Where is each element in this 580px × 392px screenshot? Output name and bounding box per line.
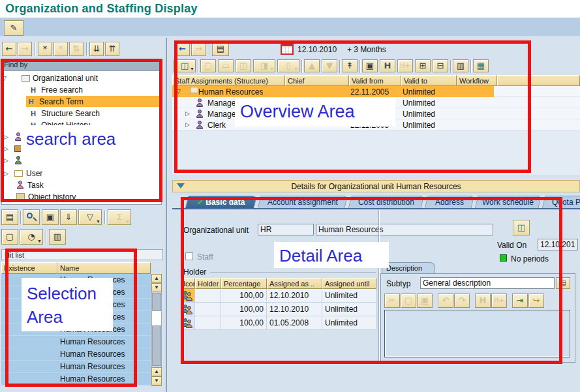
export-button[interactable]: ↪ (528, 294, 544, 308)
hit-list-row[interactable]: Human Resources (1, 348, 151, 361)
ov-one-level-up-button[interactable]: ↟ (342, 59, 358, 72)
ov-print-button[interactable]: ▣ (362, 59, 378, 72)
subtyp-field[interactable] (420, 277, 555, 289)
staff-checkbox[interactable] (185, 252, 193, 260)
ov-settings-button[interactable]: ▦ (473, 59, 489, 72)
find-button[interactable]: H (475, 294, 491, 308)
dropdown-icon[interactable]: ▼ (294, 67, 298, 71)
ov-move-down-button[interactable]: ▼ (322, 59, 337, 72)
collapsed-icon[interactable]: ▷ (4, 170, 12, 177)
assigned-until-cell[interactable]: Unlimited (322, 303, 376, 316)
ov-delimit-button[interactable]: ◨▼ (253, 59, 275, 72)
tab-work-schedule[interactable]: Work schedule (475, 196, 542, 208)
ov-find-button[interactable]: H (380, 59, 395, 72)
refresh-button[interactable]: ◔▼ (20, 229, 43, 245)
holder-col-icon[interactable]: Icon (181, 278, 195, 289)
collapsed-icon[interactable]: ▷ (4, 134, 12, 140)
calendar-icon[interactable] (281, 43, 294, 55)
redo-button[interactable]: ↷ (454, 294, 470, 308)
dropdown-icon[interactable]: ▼ (125, 219, 130, 224)
column-config-button[interactable]: ▥ (49, 229, 66, 245)
scroll-down-button[interactable]: ▼ (151, 376, 162, 385)
holder-icon-cell[interactable] (181, 289, 195, 303)
dropdown-icon[interactable]: ▼ (190, 67, 194, 71)
tree-item-user[interactable]: ▷ User (2, 168, 160, 179)
percentage-cell[interactable]: 100,00 (221, 303, 267, 316)
collapsed-icon[interactable]: ▷ (4, 157, 12, 164)
tree-item-object-history[interactable]: H Object History (2, 119, 160, 130)
ov-cell-name[interactable]: Manager (207, 110, 238, 119)
tree-item-free-search[interactable]: H Free search (2, 84, 160, 95)
copy-button[interactable]: ▢ (401, 294, 416, 308)
hit-list-row[interactable]: Human Resources (1, 286, 151, 299)
tree-item-orgunit[interactable]: ▽ Organizational unit (2, 72, 160, 83)
tree-item-search-term[interactable]: H Search Term (26, 96, 160, 107)
valid-on-field[interactable] (538, 239, 578, 250)
percentage-cell[interactable]: 100,00 (221, 289, 267, 303)
sum-button[interactable]: Σ▼ (108, 209, 131, 225)
column-header-existence[interactable]: Existence (1, 262, 57, 274)
percentage-cell[interactable]: 100,00 (221, 316, 267, 330)
org-window-button[interactable]: ◫ (513, 220, 530, 235)
scroll-up-button[interactable]: ▲ (151, 274, 162, 283)
assigned-until-cell[interactable]: Unlimited (322, 289, 376, 303)
dropdown-icon[interactable]: ▼ (37, 239, 42, 243)
holder-col-percentage[interactable]: Percentage (221, 278, 267, 289)
ov-delete-button[interactable]: ▯▼ (277, 59, 299, 72)
hit-list-row[interactable]: Human Resources (1, 299, 151, 311)
dropdown-icon[interactable]: ▼ (96, 219, 100, 224)
ov-columns-button[interactable]: ▥ (453, 59, 468, 72)
collapsed-icon[interactable]: ▷ (185, 121, 193, 128)
dropdown-icon[interactable]: ▼ (269, 67, 274, 71)
org-unit-id-field[interactable] (258, 224, 314, 235)
filter-button[interactable]: ▽▼ (78, 209, 102, 225)
expanded-icon[interactable]: ▽ (2, 75, 10, 82)
assigned-as-cell[interactable]: 12.10.2010 (267, 303, 322, 316)
collapse-all-button[interactable]: ⇊ (89, 42, 104, 56)
ov-move-up-button[interactable]: ▲ (304, 59, 320, 72)
ov-forward-button[interactable]: → (191, 42, 206, 56)
tab-cost-distribution[interactable]: Cost distribution (348, 196, 425, 208)
hit-list-row[interactable]: Human Resources (1, 274, 151, 286)
holder-col-holder[interactable]: Holder (195, 278, 221, 289)
ov-copy-button[interactable]: ▭ (218, 59, 234, 72)
holder-cell[interactable] (195, 316, 221, 330)
tree-item-job[interactable]: ▷ (2, 155, 160, 166)
ov-find-next-button[interactable]: H+ (397, 59, 413, 72)
org-unit-name-field[interactable] (316, 224, 493, 235)
holder-cell[interactable] (195, 289, 221, 303)
forward-button[interactable]: → (18, 42, 32, 56)
ov-col-valid-to[interactable]: Valid to (401, 75, 457, 86)
scroll-thumb[interactable] (152, 293, 161, 311)
hit-list-row[interactable]: Human Resources (1, 336, 151, 348)
ov-cell-name[interactable]: Human Resources (198, 87, 263, 97)
ov-col-structure[interactable]: Staff Assignments (Structure) (172, 75, 285, 86)
ov-create-button[interactable]: ▢ (200, 59, 216, 72)
undo-button[interactable]: ↶ (438, 294, 453, 308)
sort-button[interactable]: ⇓ (60, 209, 77, 225)
ov-col-chief[interactable]: Chief (285, 75, 349, 86)
ov-zoom-in-button[interactable]: ⊞ (415, 59, 431, 72)
search-display-button[interactable] (23, 209, 40, 225)
assign-button[interactable]: ⇅ (69, 42, 84, 56)
tree-item-position[interactable]: ▷ (2, 143, 160, 154)
description-tab[interactable]: Description (382, 262, 435, 273)
hit-list-row[interactable]: Human Resources (1, 311, 151, 324)
assigned-until-cell[interactable]: Unlimited (322, 316, 376, 330)
ov-assign-button[interactable]: ◫ (236, 59, 251, 72)
tab-basic-data[interactable]: ✔ Basic data (185, 196, 258, 208)
legend-button[interactable]: ▤ (212, 42, 229, 56)
display-change-button[interactable]: ✎ (4, 20, 23, 36)
subtyp-dropdown-button[interactable]: ▤ (556, 277, 570, 289)
tree-item-task[interactable]: Task (2, 179, 160, 190)
transfer-button[interactable]: ⇥ (512, 294, 528, 308)
ov-cell-name[interactable]: Clerk (207, 121, 226, 130)
holder-cell[interactable] (195, 303, 221, 316)
holder-icon-cell[interactable] (181, 303, 195, 316)
description-textarea[interactable] (384, 310, 570, 357)
tree-item-person[interactable]: ▷ (2, 131, 160, 142)
ov-cell-name[interactable]: Manager (207, 98, 238, 108)
hit-list-row[interactable]: Human Resources (1, 324, 151, 336)
tree-item-structure-search[interactable]: H Structure Search (2, 108, 160, 119)
ov-org-copy-button[interactable]: ◫▼ (174, 59, 196, 72)
